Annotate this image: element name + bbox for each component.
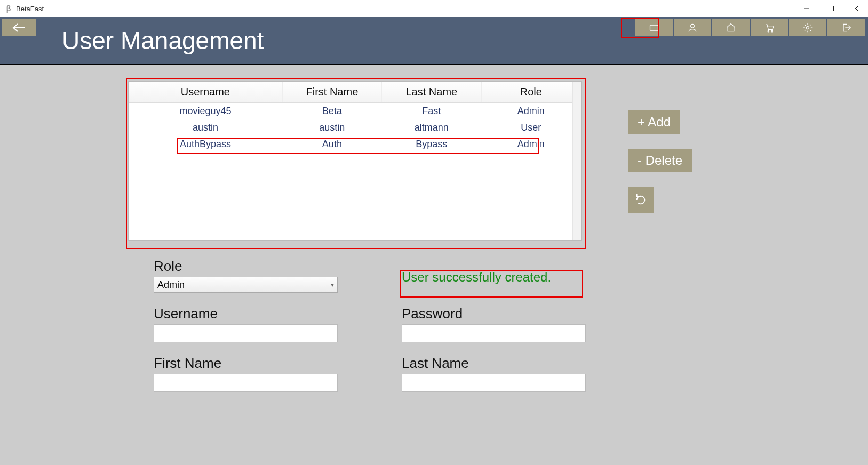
lastname-label: Last Name bbox=[402, 355, 586, 372]
role-value: Admin bbox=[157, 279, 185, 291]
nav-cart-button[interactable] bbox=[751, 19, 788, 36]
side-buttons: + Add - Delete bbox=[628, 110, 692, 213]
delete-button[interactable]: - Delete bbox=[628, 149, 692, 172]
nav-right bbox=[634, 19, 865, 36]
password-label: Password bbox=[402, 306, 586, 322]
table-row[interactable]: movieguy45BetaFastAdmin bbox=[129, 103, 581, 120]
role-select[interactable]: Admin ▾ bbox=[154, 277, 338, 293]
username-label: Username bbox=[154, 306, 338, 322]
svg-point-9 bbox=[807, 27, 809, 29]
cell-username: austin bbox=[129, 119, 282, 136]
table-row[interactable]: austinaustinaltmannUser bbox=[129, 119, 581, 136]
cell-username: movieguy45 bbox=[129, 103, 282, 120]
table-header-row: Username First Name Last Name Role bbox=[129, 82, 581, 103]
minimize-button[interactable] bbox=[794, 0, 819, 17]
add-button[interactable]: + Add bbox=[628, 110, 680, 134]
user-form: Role Admin ▾ User successfully created. … bbox=[154, 258, 596, 405]
window-title: BetaFast bbox=[16, 5, 44, 13]
svg-point-6 bbox=[691, 24, 695, 28]
svg-rect-5 bbox=[650, 25, 658, 30]
firstname-label: First Name bbox=[154, 355, 338, 372]
page-title: User Management bbox=[62, 26, 264, 55]
chevron-down-icon: ▾ bbox=[331, 281, 334, 288]
nav-home-button[interactable] bbox=[712, 19, 750, 36]
refresh-button[interactable] bbox=[628, 187, 654, 213]
cell-username: AuthBypass bbox=[129, 136, 282, 153]
cell-first: Auth bbox=[282, 136, 381, 153]
table-row[interactable]: AuthBypassAuthBypassAdmin bbox=[129, 136, 581, 153]
cell-first: austin bbox=[282, 119, 381, 136]
svg-point-7 bbox=[768, 30, 769, 31]
nav-settings-button[interactable] bbox=[789, 19, 826, 36]
cell-last: altmann bbox=[382, 119, 481, 136]
col-role[interactable]: Role bbox=[481, 82, 580, 103]
cell-role: Admin bbox=[481, 136, 580, 153]
close-button[interactable] bbox=[843, 0, 868, 17]
password-input[interactable] bbox=[402, 324, 586, 342]
nav-logout-button[interactable] bbox=[827, 19, 865, 36]
nav-browse-button[interactable] bbox=[635, 19, 673, 36]
svg-rect-1 bbox=[829, 6, 834, 11]
status-message: User successfully created. bbox=[402, 258, 586, 285]
cell-first: Beta bbox=[282, 103, 381, 120]
back-button[interactable] bbox=[2, 19, 36, 36]
cell-last: Bypass bbox=[382, 136, 481, 153]
nav-user-button[interactable] bbox=[674, 19, 711, 36]
app-icon: β bbox=[4, 4, 13, 13]
col-firstname[interactable]: First Name bbox=[282, 82, 381, 103]
users-table[interactable]: Username First Name Last Name Role movie… bbox=[128, 81, 582, 241]
col-username[interactable]: Username bbox=[129, 82, 282, 103]
cell-role: Admin bbox=[481, 103, 580, 120]
maximize-button[interactable] bbox=[819, 0, 843, 17]
titlebar: β BetaFast bbox=[0, 0, 868, 17]
firstname-input[interactable] bbox=[154, 374, 338, 392]
username-input[interactable] bbox=[154, 324, 338, 342]
cell-last: Fast bbox=[382, 103, 481, 120]
content-area: Username First Name Last Name Role movie… bbox=[0, 65, 868, 465]
cell-role: User bbox=[481, 119, 580, 136]
svg-point-8 bbox=[771, 30, 773, 31]
col-lastname[interactable]: Last Name bbox=[382, 82, 481, 103]
table-scrollbar[interactable] bbox=[572, 82, 581, 240]
app-header: User Management bbox=[0, 17, 868, 65]
role-label: Role bbox=[154, 258, 338, 275]
lastname-input[interactable] bbox=[402, 374, 586, 392]
